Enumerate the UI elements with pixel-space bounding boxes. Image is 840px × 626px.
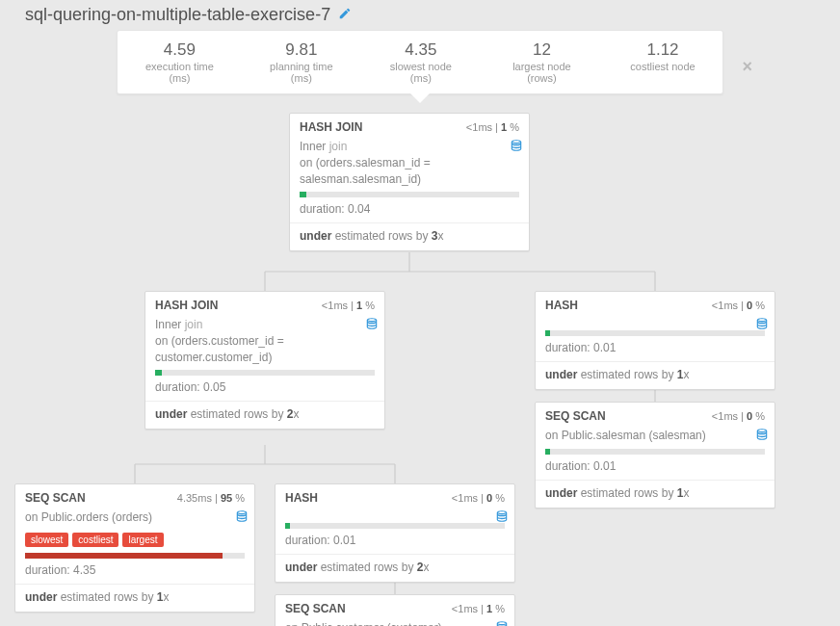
duration-bar (25, 553, 245, 559)
node-estimate: under estimated rows by 1x (536, 362, 774, 389)
stat-slowest-node: 4.35slowest node (ms) (382, 40, 459, 84)
plan-node[interactable]: SEQ SCAN<1ms | 1 % on Public.customer (c… (275, 594, 515, 626)
node-name: HASH JOIN (155, 299, 218, 312)
plan-node[interactable]: HASH<1ms | 0 % duration: 0.01 under esti… (535, 291, 775, 390)
node-estimate: under estimated rows by 2x (145, 402, 384, 429)
database-icon[interactable] (235, 509, 249, 528)
plan-node[interactable]: HASH<1ms | 0 % duration: 0.01 under esti… (275, 483, 515, 583)
duration-bar (300, 192, 519, 197)
node-name: SEQ SCAN (25, 491, 86, 505)
node-detail (536, 317, 774, 330)
stat-planning-time: 9.81planning time (ms) (263, 40, 340, 84)
tag-costliest: costliest (72, 533, 118, 547)
node-duration: duration: 0.05 (145, 376, 384, 402)
node-metrics: <1ms | 0 % (712, 410, 765, 422)
stats-panel: 4.59execution time (ms) 9.81planning tim… (117, 30, 723, 103)
node-tags: slowest costliest largest (15, 531, 254, 553)
duration-bar (155, 370, 375, 376)
node-detail: Inner join on (orders.salesman_id = sale… (290, 139, 529, 192)
close-icon[interactable]: × (742, 57, 752, 77)
node-detail: on Public.orders (orders) (15, 509, 254, 531)
plan-node[interactable]: HASH JOIN<1ms | 1 % Inner join on (order… (289, 113, 530, 251)
node-name: HASH (285, 491, 318, 505)
node-name: SEQ SCAN (285, 602, 346, 615)
edit-icon[interactable] (338, 7, 352, 23)
stats-pointer (410, 93, 430, 103)
node-name: SEQ SCAN (545, 409, 606, 423)
plan-node[interactable]: SEQ SCAN4.35ms | 95 % on Public.orders (… (14, 483, 255, 613)
node-estimate: under estimated rows by 3x (290, 223, 529, 250)
tag-largest: largest (122, 533, 163, 547)
page-title: sql-quering-on-multiple-table-exercise-7 (25, 5, 330, 25)
database-icon[interactable] (365, 317, 379, 335)
node-metrics: <1ms | 0 % (452, 492, 505, 504)
plan-node[interactable]: HASH JOIN<1ms | 1 % Inner join on (order… (144, 291, 385, 430)
node-duration: duration: 0.01 (536, 455, 774, 481)
node-metrics: <1ms | 0 % (712, 300, 765, 311)
duration-bar (545, 330, 765, 336)
node-detail (276, 509, 514, 523)
node-duration: duration: 0.04 (290, 197, 529, 223)
node-name: HASH (545, 299, 578, 312)
plan-node[interactable]: SEQ SCAN<1ms | 0 % on Public.salesman (s… (535, 402, 775, 509)
node-metrics: <1ms | 1 % (322, 300, 375, 311)
stat-costliest-node: 1.12costliest node (624, 40, 701, 84)
duration-bar (285, 523, 505, 529)
node-estimate: under estimated rows by 1x (15, 585, 254, 612)
duration-bar (545, 449, 765, 455)
node-duration: duration: 4.35 (15, 559, 254, 585)
node-detail: on Public.salesman (salesman) (536, 428, 774, 449)
plan-canvas: HASH JOIN<1ms | 1 % Inner join on (order… (0, 103, 840, 626)
node-metrics: <1ms | 1 % (452, 603, 505, 614)
database-icon[interactable] (495, 620, 509, 626)
tag-slowest: slowest (25, 533, 68, 547)
node-estimate: under estimated rows by 2x (276, 555, 514, 582)
node-duration: duration: 0.01 (276, 529, 514, 555)
database-icon[interactable] (510, 139, 523, 157)
node-metrics: 4.35ms | 95 % (177, 492, 245, 504)
node-name: HASH JOIN (300, 120, 362, 134)
node-detail: Inner join on (orders.customer_id = cust… (145, 317, 384, 370)
title-bar: sql-quering-on-multiple-table-exercise-7 (0, 0, 840, 30)
stat-execution-time: 4.59execution time (ms) (139, 40, 221, 84)
database-icon[interactable] (755, 428, 769, 446)
stat-largest-node: 12largest node (rows) (502, 40, 582, 84)
node-duration: duration: 0.01 (536, 336, 774, 362)
stats-row: 4.59execution time (ms) 9.81planning tim… (117, 30, 723, 94)
node-metrics: <1ms | 1 % (466, 121, 519, 133)
node-estimate: under estimated rows by 1x (536, 481, 774, 508)
node-detail: on Public.customer (customer) (276, 620, 514, 626)
